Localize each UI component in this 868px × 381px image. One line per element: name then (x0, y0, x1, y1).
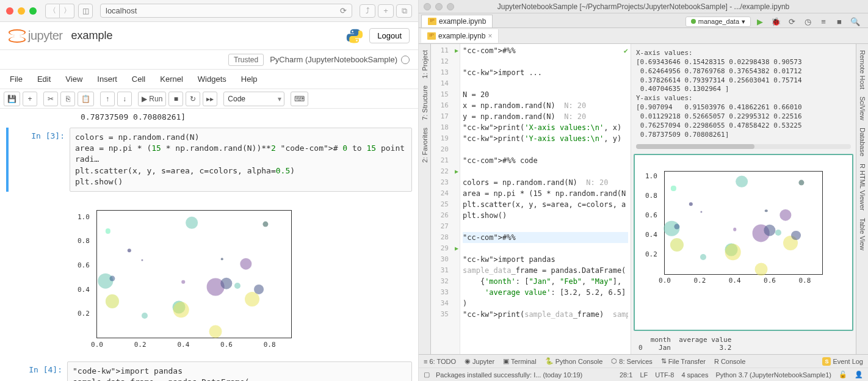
add-cell-icon[interactable]: + (23, 92, 37, 106)
run-config-select[interactable]: manage_data ▾ (685, 16, 751, 27)
tool-windows-icon[interactable]: ▢ (424, 371, 430, 379)
tool-2-favorites[interactable]: 2: Favorites (420, 124, 430, 166)
python-logo-icon (346, 27, 363, 45)
move-up-icon[interactable]: ↑ (100, 92, 115, 106)
jupyter-browser-pane: 〈 〉 ◫ localhost ⟳ ⤴ + ⧉ jupyter example … (0, 0, 419, 381)
pycharm-main: 1: Project7: Structure2: Favorites ▶1112… (419, 44, 868, 354)
stdout-text: X-axis values: [0.69343646 0.15428315 0.… (631, 44, 856, 144)
sidebar-toggle-icon[interactable]: ◫ (78, 4, 93, 18)
kernel-name[interactable]: PyCharm (JupyterNotebookSample) (270, 55, 397, 64)
forward-button[interactable]: 〉 (60, 4, 74, 18)
search-icon[interactable]: 🔍 (848, 15, 862, 27)
back-button[interactable]: 〈 (45, 4, 60, 18)
copy-icon[interactable]: ⎘ (60, 92, 75, 106)
coverage-icon[interactable]: ⟳ (785, 15, 798, 27)
save-icon[interactable]: 💾 (4, 92, 20, 106)
tabs-icon[interactable]: ⧉ (396, 4, 412, 18)
window-title: JupyterNotebookSample [~/PycharmProjects… (497, 2, 790, 11)
cell-3[interactable]: In [3]: colors = np.random.rand(N)area =… (6, 128, 412, 192)
file-transfer-tool[interactable]: ⇅ File Transfer (661, 357, 706, 365)
close-window-icon[interactable] (424, 3, 431, 10)
tool-database[interactable]: Database (858, 124, 867, 160)
right-tool-strip: Remote HostSciViewDatabaseR HTML ViewerT… (856, 44, 868, 354)
stop-icon[interactable]: ■ (833, 15, 846, 27)
profile-icon[interactable]: ◷ (801, 15, 814, 27)
pycharm-top-bar: IP example.ipynb manage_data ▾ ▶ 🐞 ⟳ ◷ ≡… (419, 13, 868, 28)
tool-table-view[interactable]: Table View (858, 214, 867, 254)
code-area: ▶1112131415161718192021▶22232425262728▶2… (431, 44, 856, 354)
menu-file[interactable]: File (2, 71, 30, 87)
menu-edit[interactable]: Edit (30, 71, 58, 87)
refresh-icon[interactable]: ⟳ (340, 6, 347, 15)
menu-widgets[interactable]: Widgets (190, 71, 234, 87)
scatter-chart: 0.20.40.60.81.00.00.20.40.60.8 (96, 210, 292, 338)
attach-icon[interactable]: ≡ (817, 15, 830, 27)
todo-tool[interactable]: ≡ 6: TODO (424, 358, 456, 365)
services-tool[interactable]: ⬡ 8: Services (611, 357, 652, 365)
new-tab-icon[interactable]: + (378, 4, 394, 18)
cell-4[interactable]: In [4]: "code-kw">import pandassample_da… (6, 361, 412, 381)
menu-view[interactable]: View (58, 71, 90, 87)
tool-remote-host[interactable]: Remote Host (858, 46, 867, 93)
cell-type-select[interactable]: Code (223, 92, 284, 106)
line-separator[interactable]: LF (640, 371, 648, 379)
menu-insert[interactable]: Insert (90, 71, 125, 87)
readonly-icon[interactable]: 🔓 (839, 371, 847, 379)
cut-icon[interactable]: ✂ (43, 92, 58, 106)
fast-forward-icon[interactable]: ▸▸ (203, 92, 217, 106)
hector-icon[interactable]: 👤 (855, 371, 863, 379)
minimize-window-icon[interactable] (435, 3, 443, 10)
move-down-icon[interactable]: ↓ (117, 92, 132, 106)
cell-code[interactable]: colors = np.random.rand(N)area = np.pi *… (70, 128, 412, 192)
caret-position[interactable]: 28:1 (620, 371, 632, 379)
line-gutter: ▶1112131415161718192021▶22232425262728▶2… (431, 44, 460, 354)
jupyter-logo[interactable]: jupyter (9, 28, 63, 44)
indent-info[interactable]: 4 spaces (681, 371, 708, 379)
cell-3-output: 0.20.40.60.81.00.00.20.40.60.8 (6, 194, 412, 359)
paste-icon[interactable]: 📋 (78, 92, 94, 106)
editor-tab[interactable]: IP example.ipynb × (421, 29, 499, 43)
interpreter[interactable]: Python 3.7 (JupyterNotebookSample1) (715, 371, 831, 379)
browser-chrome: 〈 〉 ◫ localhost ⟳ ⤴ + ⧉ (0, 0, 418, 22)
close-tab-icon[interactable]: × (488, 32, 492, 40)
python-console-tool[interactable]: 🐍 Python Console (545, 357, 603, 365)
jupyter-tool[interactable]: ◉ Jupyter (465, 357, 494, 365)
tool-window-bar: ≡ 6: TODO ◉ Jupyter ▣ Terminal 🐍 Python … (419, 354, 868, 368)
logout-button[interactable]: Logout (369, 28, 410, 43)
minimize-window-icon[interactable] (18, 7, 25, 15)
cell-prompt: In [4]: (6, 361, 67, 381)
event-log-tool[interactable]: S Event Log (822, 357, 863, 366)
encoding[interactable]: UTF-8 (655, 371, 674, 379)
code-editor[interactable]: ✔ "cc-com">#%%"cc-kw">import ...N = 20x … (460, 44, 631, 354)
tool-r-html-viewer[interactable]: R HTML Viewer (858, 160, 867, 214)
zoom-window-icon[interactable] (447, 3, 454, 10)
trusted-row: Trusted PyCharm (JupyterNotebookSample) (0, 50, 418, 70)
stop-icon[interactable]: ■ (168, 92, 183, 106)
zoom-window-icon[interactable] (29, 7, 37, 15)
notebook-name[interactable]: example (71, 29, 113, 42)
terminal-tool[interactable]: ▣ Terminal (503, 357, 537, 365)
trusted-badge[interactable]: Trusted (228, 54, 264, 66)
status-bar: ▢ Packages installed successfully: I... … (419, 368, 868, 381)
tool-sciview[interactable]: SciView (858, 93, 867, 124)
menu-kernel[interactable]: Kernel (153, 71, 190, 87)
restart-icon[interactable]: ↻ (186, 92, 200, 106)
breadcrumb[interactable]: IP example.ipynb (421, 15, 493, 27)
command-palette-icon[interactable]: ⌨ (291, 92, 308, 106)
run-toolbar: manage_data ▾ ▶ 🐞 ⟳ ◷ ≡ ■ 🔍 (682, 15, 866, 27)
run-button[interactable]: ▶ Run (138, 92, 166, 106)
ipynb-icon: IP (427, 32, 436, 40)
share-icon[interactable]: ⤴ (360, 4, 375, 18)
run-icon[interactable]: ▶ (753, 15, 767, 27)
close-window-icon[interactable] (6, 7, 13, 15)
output-scrollbar[interactable] (636, 144, 851, 149)
tool-1-project[interactable]: 1: Project (420, 46, 430, 82)
tool-7-structure[interactable]: 7: Structure (420, 82, 430, 124)
r-console-tool[interactable]: R Console (714, 358, 745, 365)
scatter-output-inline: 0.20.40.60.81.00.00.20.40.60.8 (634, 154, 853, 331)
address-bar[interactable]: localhost ⟳ (100, 4, 352, 18)
cell-code[interactable]: "code-kw">import pandassample_data_frame… (67, 361, 412, 381)
menu-help[interactable]: Help (234, 71, 265, 87)
debug-icon[interactable]: 🐞 (769, 15, 783, 27)
menu-cell[interactable]: Cell (125, 71, 153, 87)
